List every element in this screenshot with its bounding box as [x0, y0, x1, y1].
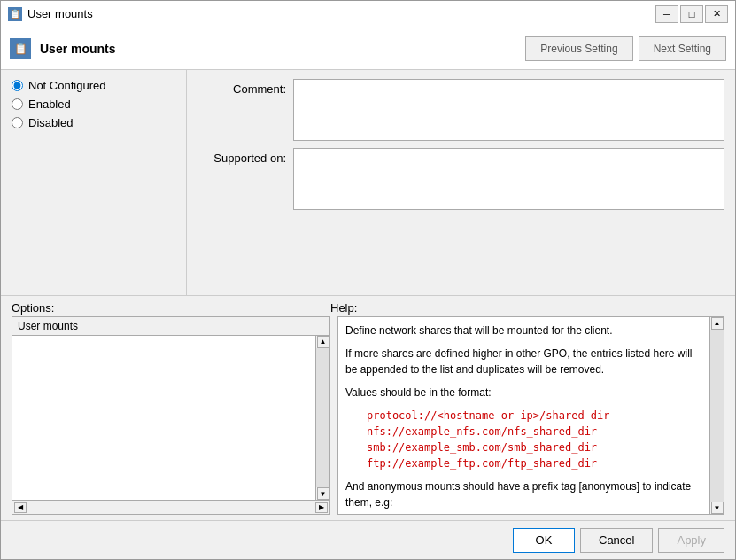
help-vscroll: ▲ ▼ [709, 317, 724, 515]
minimize-button[interactable]: ─ [655, 5, 678, 23]
main-window: 📋 User mounts ─ □ ✕ 📋 User mounts Previo… [0, 0, 736, 560]
title-bar-left: 📋 User mounts [8, 7, 93, 21]
options-scroll-up[interactable]: ▲ [317, 336, 329, 348]
options-hscroll: ◀ ▶ [12, 500, 329, 514]
comment-row: Comment: [198, 79, 724, 141]
radio-enabled[interactable]: Enabled [12, 97, 175, 111]
help-scroll-down[interactable]: ▼ [711, 502, 724, 514]
help-para-3: Values should be in the format: [345, 385, 702, 401]
ok-button[interactable]: OK [513, 528, 575, 553]
prev-setting-button[interactable]: Previous Setting [525, 36, 632, 61]
nav-buttons: Previous Setting Next Setting [525, 36, 726, 61]
main-content: Not Configured Enabled Disabled Comment:… [1, 70, 735, 295]
help-panel: Define network shares that will be mount… [337, 316, 724, 516]
supported-label: Supported on: [198, 148, 286, 165]
options-scroll-left[interactable]: ◀ [14, 502, 27, 513]
supported-row: Supported on: [198, 148, 724, 210]
options-list[interactable] [12, 336, 315, 501]
comment-label: Comment: [198, 79, 286, 96]
options-help-row: Options: Help: [1, 296, 735, 316]
title-bar-controls: ─ □ ✕ [655, 5, 728, 23]
options-panel-title: User mounts [12, 317, 329, 336]
window-icon: 📋 [8, 7, 22, 21]
cancel-button[interactable]: Cancel [580, 528, 653, 553]
options-list-area [12, 336, 315, 501]
close-button[interactable]: ✕ [705, 5, 728, 23]
radio-disabled[interactable]: Disabled [12, 116, 175, 129]
options-panel-content: ▲ ▼ ◀ ▶ [12, 336, 329, 515]
options-hscroll-area: ◀ ▶ [12, 500, 329, 514]
help-para-2: If more shares are defined higher in oth… [345, 346, 702, 377]
header-row: 📋 User mounts Previous Setting Next Sett… [1, 27, 735, 70]
next-setting-button[interactable]: Next Setting [639, 36, 726, 61]
maximize-button[interactable]: □ [680, 5, 703, 23]
supported-textarea[interactable] [293, 148, 724, 210]
help-code-1: protocol://<hostname-or-ip>/shared-dir n… [367, 408, 702, 471]
split-panels: User mounts ▲ ▼ ◀ [1, 316, 735, 521]
options-section-label: Options: [12, 301, 330, 315]
options-panel: User mounts ▲ ▼ ◀ [12, 316, 330, 516]
help-section-label: Help: [330, 301, 357, 315]
title-bar: 📋 User mounts ─ □ ✕ [1, 1, 735, 27]
window-title: User mounts [27, 7, 93, 20]
help-text-content: Define network shares that will be mount… [338, 317, 709, 515]
left-panel: Not Configured Enabled Disabled [1, 70, 187, 295]
apply-button[interactable]: Apply [658, 528, 724, 553]
header-title: User mounts [40, 42, 516, 56]
radio-group: Not Configured Enabled Disabled [12, 79, 175, 129]
right-panel: Comment: Supported on: [187, 70, 735, 295]
comment-textarea[interactable] [293, 79, 724, 141]
options-scroll-down[interactable]: ▼ [317, 487, 329, 500]
radio-not-configured[interactable]: Not Configured [12, 79, 175, 92]
help-para-1: Define network shares that will be mount… [345, 323, 702, 338]
footer: OK Cancel Apply [1, 520, 735, 559]
options-scroll-track [316, 348, 329, 488]
header-icon: 📋 [10, 38, 31, 59]
help-scroll-track [710, 330, 724, 502]
help-scroll-up[interactable]: ▲ [711, 317, 724, 330]
help-para-4: And anonymous mounts should have a prefi… [345, 478, 702, 510]
bottom-area: Options: Help: User mounts ▲ ▼ [1, 295, 735, 521]
options-scroll-right[interactable]: ▶ [315, 502, 328, 513]
options-vscroll: ▲ ▼ [315, 336, 329, 501]
